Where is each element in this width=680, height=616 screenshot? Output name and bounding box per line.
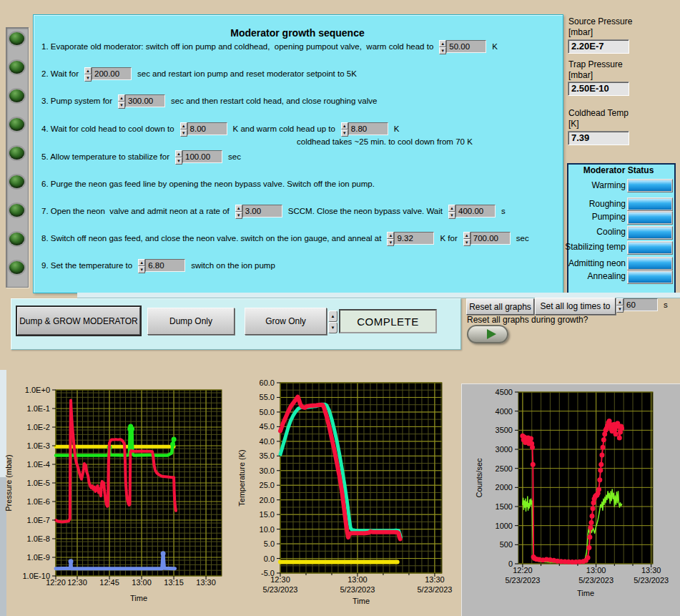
dump-only-button[interactable]: Dump Only — [147, 308, 235, 335]
dump-and-grow-button[interactable]: Dump & GROW MODERATOR — [17, 307, 140, 335]
svg-text:1.0E-7: 1.0E-7 — [27, 516, 50, 524]
decrement-button[interactable]: ▼ — [616, 305, 624, 313]
increment-button[interactable]: ▲ — [118, 94, 125, 102]
grow-only-button[interactable]: Grow Only — [245, 308, 327, 335]
decrement-button[interactable]: ▼ — [138, 266, 145, 273]
svg-text:20.0: 20.0 — [260, 496, 275, 504]
step-8-anneal-temp-input[interactable]: ▲▼9.32 — [387, 232, 434, 245]
decrement-button[interactable]: ▼ — [328, 322, 337, 333]
spinner-arrows-icon[interactable]: ▲▼ — [448, 205, 455, 217]
svg-text:13:30: 13:30 — [641, 566, 661, 575]
spinner-arrows-icon[interactable]: ▲▼ — [235, 205, 242, 217]
status-bar-warming — [627, 179, 673, 192]
spinner-arrows-icon[interactable]: ▲▼ — [138, 259, 145, 272]
step-5-stabilize-input[interactable]: ▲▼100.00 — [175, 150, 222, 163]
step-7-wait-input[interactable]: ▲▼400.00 — [448, 205, 496, 217]
svg-text:0.0: 0.0 — [264, 554, 275, 563]
spinner-arrows-icon[interactable]: ▲▼ — [118, 94, 125, 107]
increment-button[interactable]: ▲ — [616, 298, 624, 305]
step-1-row: 1. Evaporate old moderator: switch off i… — [41, 39, 498, 54]
status-bar-admitting-neon — [627, 257, 673, 270]
svg-text:500: 500 — [500, 540, 513, 549]
step-7-unit: s — [501, 207, 506, 215]
spinner-arrows-icon[interactable]: ▲▼ — [175, 150, 182, 163]
status-label-stabilizing: Stabilizing temp — [543, 242, 626, 252]
decrement-button[interactable]: ▼ — [439, 47, 446, 54]
source-pressure-label: Source Pressure — [568, 16, 632, 26]
svg-text:1.0E+0: 1.0E+0 — [25, 386, 50, 394]
decrement-button[interactable]: ▼ — [180, 129, 187, 137]
step-3-pump-time-input[interactable]: ▲▼300.00 — [118, 94, 165, 107]
step-led-icon — [9, 147, 24, 160]
step-3-text: 3. Pump system for — [41, 97, 112, 105]
increment-button[interactable]: ▲ — [387, 232, 394, 239]
reset-during-growth-label: Reset all graphs during growth? — [467, 315, 588, 325]
spinner-arrows-icon[interactable]: ▲▼ — [387, 232, 394, 245]
reset-during-growth-toggle[interactable] — [467, 325, 508, 343]
source-pressure-value: 2.20E-7 — [568, 39, 629, 54]
step-1-warm-temp-input[interactable]: ▲▼50.00 — [439, 40, 486, 53]
step-7-row: 7. Open the neon valve and admit neon at… — [41, 204, 506, 218]
step-led-icon — [9, 89, 24, 102]
reset-all-graphs-button[interactable]: Reset all graphs — [466, 298, 534, 315]
spinner-arrows-icon[interactable]: ▲▼ — [616, 298, 624, 311]
decrement-button[interactable]: ▼ — [387, 239, 394, 246]
step-2-wait-input[interactable]: ▲▼200.00 — [84, 67, 132, 80]
increment-button[interactable]: ▲ — [341, 122, 348, 129]
decrement-button[interactable]: ▼ — [84, 74, 92, 82]
spinner-arrows-icon[interactable]: ▲▼ — [439, 40, 446, 53]
decrement-button[interactable]: ▼ — [448, 212, 455, 219]
decrement-button[interactable]: ▼ — [341, 129, 348, 137]
svg-text:5/23/2023: 5/23/2023 — [578, 576, 614, 585]
set-log-times-button[interactable]: Set all log times to — [535, 298, 616, 315]
svg-text:5/23/2023: 5/23/2023 — [263, 585, 298, 594]
step-6-text: 6. Purge the neon gas feed line by openi… — [41, 180, 375, 188]
decrement-button[interactable]: ▼ — [118, 102, 125, 109]
toggle-arrow-icon — [487, 329, 496, 339]
svg-text:Time: Time — [577, 589, 594, 597]
decrement-button[interactable]: ▼ — [175, 157, 182, 165]
increment-button[interactable]: ▲ — [439, 40, 446, 47]
svg-text:13:30: 13:30 — [425, 575, 445, 584]
step-4-unit: K — [394, 124, 400, 133]
increment-button[interactable]: ▲ — [180, 122, 187, 129]
svg-text:0: 0 — [508, 559, 513, 568]
decrement-button[interactable]: ▼ — [235, 212, 242, 219]
status-label-pumping: Pumping — [543, 212, 626, 222]
svg-text:12:45: 12:45 — [99, 578, 119, 587]
decrement-button[interactable]: ▼ — [463, 239, 470, 246]
step-4-cool-temp-input[interactable]: ▲▼8.00 — [180, 122, 227, 135]
increment-button[interactable]: ▲ — [175, 150, 182, 157]
coldhead-temp-label: Coldhead Temp — [568, 108, 629, 118]
step-7-rate-input[interactable]: ▲▼3.00 — [235, 205, 282, 217]
increment-button[interactable]: ▲ — [235, 205, 242, 212]
svg-text:5.0: 5.0 — [264, 539, 275, 548]
status-label-admitting-neon: Admitting neon — [543, 258, 626, 268]
spinner-arrows-icon[interactable]: ▲▼ — [180, 122, 187, 135]
spinner-arrows-icon[interactable]: ▲▼ — [463, 232, 470, 245]
pressure-chart: 1.0E+01.0E-11.0E-21.0E-31.0E-41.0E-51.0E… — [0, 378, 236, 616]
step-led-icon — [9, 175, 24, 188]
increment-button[interactable]: ▲ — [463, 232, 470, 239]
status-bar-roughing — [627, 197, 673, 211]
step-led-array — [6, 27, 29, 288]
step-4-warm-temp-input[interactable]: ▲▼8.80 — [341, 122, 388, 135]
step-8-anneal-time-input[interactable]: ▲▼700.00 — [463, 232, 511, 245]
step-9-setpoint-input[interactable]: ▲▼6.80 — [138, 259, 185, 272]
step-1-text: 1. Evaporate old moderator: switch off i… — [41, 42, 433, 51]
spinner-arrows-icon[interactable]: ▲▼ — [341, 122, 348, 135]
increment-button[interactable]: ▲ — [84, 67, 92, 74]
status-label-roughing: Roughing — [543, 199, 626, 209]
svg-text:5/23/2023: 5/23/2023 — [417, 585, 452, 594]
increment-button[interactable]: ▲ — [448, 205, 455, 212]
state-spinner[interactable]: ▲ ▼ — [328, 311, 337, 332]
increment-button[interactable]: ▲ — [138, 259, 145, 266]
status-bar-annealing — [627, 270, 673, 284]
increment-button[interactable]: ▲ — [328, 311, 337, 322]
status-bar-pumping — [627, 211, 673, 225]
log-time-input[interactable]: ▲▼60 — [616, 298, 658, 311]
spinner-arrows-icon[interactable]: ▲▼ — [84, 67, 92, 80]
svg-text:60.0: 60.0 — [260, 378, 275, 387]
svg-text:2000: 2000 — [496, 483, 513, 492]
svg-text:10.0: 10.0 — [260, 525, 275, 534]
